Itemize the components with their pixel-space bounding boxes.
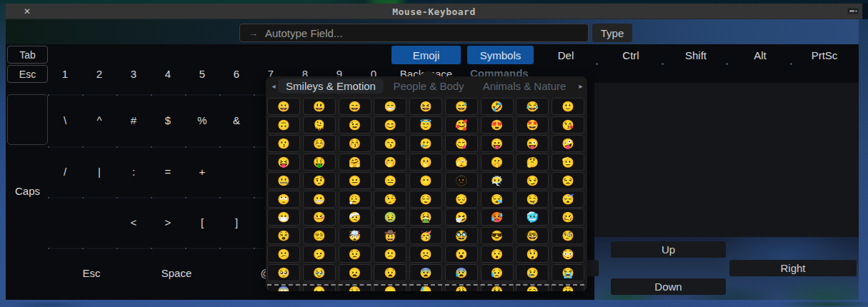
emoji-cell[interactable]: 😮 [445,246,478,263]
emoji-cell[interactable]: 😰 [445,264,478,281]
emoji-cell[interactable]: 😯 [481,246,514,263]
emoji-cell[interactable]: 😘 [552,116,584,134]
emoji-cell[interactable]: 🤯 [339,227,371,244]
esc-key-bottom[interactable]: Esc [74,248,109,298]
emoji-cell[interactable]: 😍 [481,116,514,134]
close-icon[interactable]: ✕ [20,4,34,19]
space-key[interactable]: Space [159,248,194,298]
key-hash[interactable]: # [116,94,151,146]
emoji-cell[interactable]: 🥴 [552,208,584,226]
emoji-cell[interactable]: 🥶 [516,208,549,226]
emoji-cell[interactable]: 🤗 [339,154,371,171]
emoji-cell[interactable]: 🤒 [303,208,336,226]
emoji-cell[interactable]: 😥 [481,264,514,281]
emoji-cell[interactable]: 😶 [409,172,442,189]
emoji-cell[interactable]: 🤪 [552,135,584,152]
shift-key[interactable]: Shift [664,46,727,64]
emoji-cell[interactable]: 😊 [374,116,406,134]
emoji-cell[interactable]: 😒 [552,172,584,189]
right-button[interactable]: Right [729,260,857,276]
ctrl-key[interactable]: Ctrl [599,46,663,64]
emoji-cell[interactable]: 🤐 [267,172,300,189]
key-3[interactable]: 3 [116,65,151,83]
emoji-cell[interactable]: 😟 [339,246,371,263]
emoji-cell[interactable]: 😶‍🌫️ [481,172,514,189]
emoji-cell[interactable]: 😮‍💨 [339,191,371,208]
emoji-cell[interactable]: 🫡 [552,154,584,171]
emoji-cell[interactable]: 😁 [374,98,406,115]
emoji-cell[interactable]: 😇 [409,116,442,134]
emoji-cell[interactable]: ☺️ [303,135,336,152]
emoji-cell[interactable]: 🙄 [267,191,300,208]
tab-key[interactable]: Tab [7,46,48,64]
emoji-cell[interactable]: 🫥 [445,172,478,189]
emoji-cell[interactable]: 😅 [445,98,478,115]
emoji-cell[interactable]: 🤑 [303,154,336,171]
emoji-cell[interactable]: 🙂 [552,98,584,115]
emoji-cell[interactable]: 😙 [374,135,406,152]
emoji-cell[interactable]: 🤮 [409,208,442,226]
emoji-cell[interactable]: 🫢 [409,154,442,171]
emoji-cell[interactable]: 🤤 [516,191,549,208]
emoji-cell[interactable]: 🧐 [552,227,584,244]
emoji-cell[interactable]: 😬 [303,191,336,208]
emoji-cell[interactable]: 🤢 [374,208,406,226]
emoji-cell[interactable]: 😲 [516,246,549,263]
emoji-cell[interactable]: 🤨 [303,172,336,189]
down-button[interactable]: Down [611,278,726,295]
key-backslash[interactable]: \ [48,94,82,146]
key-bracket-close[interactable]: ] [219,197,254,248]
autotype-input[interactable] [264,26,588,40]
emoji-cell[interactable]: 🥳 [409,227,442,244]
key-bracket-open[interactable]: [ [185,197,219,248]
emoji-cell[interactable]: 😚 [339,135,371,152]
key-plus[interactable]: + [185,146,219,197]
emoji-cell[interactable]: 🥹 [303,264,336,281]
emoji-cell[interactable]: 😷 [267,208,300,226]
emoji-cell[interactable]: 😂 [516,98,549,115]
emoji-cell[interactable]: 🤣 [481,98,514,115]
emoji-cell[interactable]: 🤓 [516,227,549,244]
emoji-cell[interactable]: 😕 [267,246,300,263]
emoji-cell[interactable]: 😆 [409,98,442,115]
key-colon[interactable]: : [116,146,151,197]
key-dollar[interactable]: $ [151,94,185,146]
emoji-cell[interactable]: 😌 [409,191,442,208]
key-6[interactable]: 6 [219,65,254,83]
key-2[interactable]: 2 [82,65,116,83]
emoji-cell[interactable]: 😃 [303,98,336,115]
emoji-cell[interactable]: 🥰 [445,116,478,134]
key-greater[interactable]: > [151,197,185,248]
emoji-cell[interactable]: 🤕 [339,208,371,226]
emoji-cell[interactable]: 🤠 [374,227,406,244]
emoji-cell[interactable]: 🤥 [374,191,406,208]
emoji-cell[interactable]: 😪 [481,191,514,208]
emoji-cell[interactable]: 🤭 [374,154,406,171]
prtsc-key[interactable]: PrtSc [793,46,856,64]
empty-key[interactable] [7,94,48,145]
emoji-cell[interactable]: 😋 [445,135,478,152]
emoji-cell[interactable]: 🤧 [445,208,478,226]
emoji-cell[interactable]: 🥵 [481,208,514,226]
emoji-button[interactable]: Emoji [391,46,461,64]
emoji-cell[interactable]: 🥸 [445,227,478,244]
caps-key[interactable]: Caps [7,173,48,208]
emoji-cell[interactable]: 😑 [374,172,406,189]
emoji-cell[interactable]: 😛 [481,135,514,152]
emoji-cell[interactable]: 😭 [552,264,584,281]
emoji-cell[interactable]: 😧 [374,264,406,281]
emoji-cell[interactable]: 😀 [267,98,300,115]
key-caret[interactable]: ^ [82,94,116,146]
esc-key[interactable]: Esc [7,65,48,83]
emoji-cell[interactable]: 😄 [339,98,371,115]
emoji-cell[interactable]: 🤩 [516,116,549,134]
key-5[interactable]: 5 [185,65,219,83]
keyboard-tray-icon[interactable] [847,8,859,14]
emoji-cell[interactable]: 😨 [409,264,442,281]
symbols-button[interactable]: Symbols [467,46,534,64]
emoji-cell[interactable]: 🫣 [445,154,478,171]
emoji-cell[interactable]: 🤔 [516,154,549,171]
key-4[interactable]: 4 [151,65,185,83]
emoji-cell[interactable]: 😵‍💫 [303,227,336,244]
key-equals[interactable]: = [151,146,185,197]
